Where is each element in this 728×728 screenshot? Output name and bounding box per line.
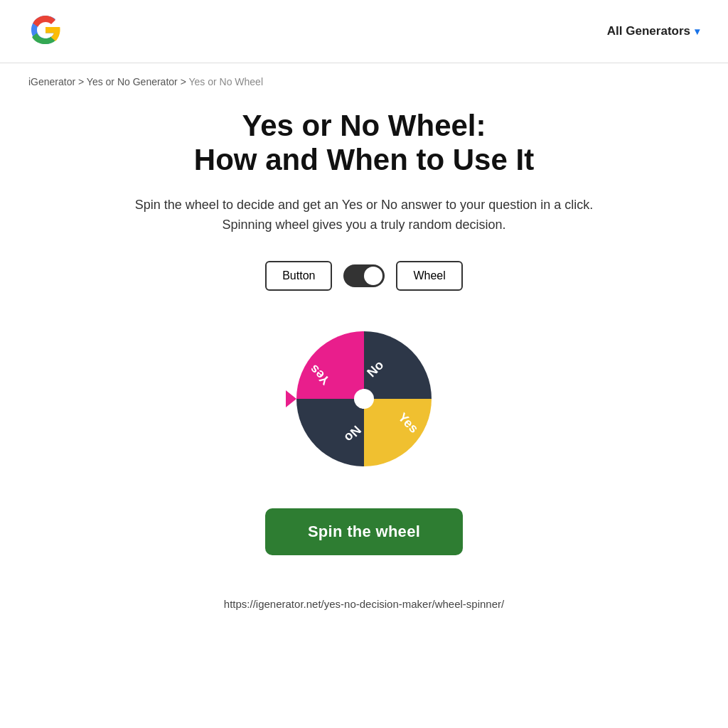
spin-button[interactable]: Spin the wheel	[265, 508, 463, 555]
breadcrumb-item-2[interactable]: Yes or No Generator	[87, 76, 178, 87]
main-content: Yes or No Wheel: How and When to Use It …	[87, 87, 641, 638]
svg-point-5	[354, 389, 374, 409]
breadcrumb-item-3: Yes or No Wheel	[188, 76, 263, 87]
wheel-mode-button[interactable]: Wheel	[396, 261, 462, 291]
breadcrumb-sep-1: >	[78, 76, 87, 87]
logo	[28, 13, 63, 50]
spin-wheel[interactable]: No Yes No Yes	[286, 321, 442, 477]
button-mode-button[interactable]: Button	[265, 261, 332, 291]
breadcrumb-item-1[interactable]: iGenerator	[28, 76, 75, 87]
mode-toggle-switch[interactable]	[343, 264, 385, 287]
chevron-down-icon: ▾	[695, 26, 700, 37]
page-url: https://igenerator.net/yes-no-decision-m…	[101, 598, 627, 610]
page-title: Yes or No Wheel: How and When to Use It	[101, 109, 627, 178]
page-header: All Generators ▾	[0, 0, 728, 63]
page-description: Spin the wheel to decide and get an Yes …	[122, 195, 606, 236]
toggle-knob	[364, 267, 382, 285]
all-generators-label: All Generators	[607, 24, 690, 38]
wheel-container: No Yes No Yes	[101, 321, 627, 477]
breadcrumb: iGenerator > Yes or No Generator > Yes o…	[0, 63, 728, 87]
view-toggle-row: Button Wheel	[101, 261, 627, 291]
breadcrumb-sep-2: >	[181, 76, 189, 87]
svg-marker-0	[286, 390, 296, 407]
all-generators-menu[interactable]: All Generators ▾	[607, 24, 700, 38]
